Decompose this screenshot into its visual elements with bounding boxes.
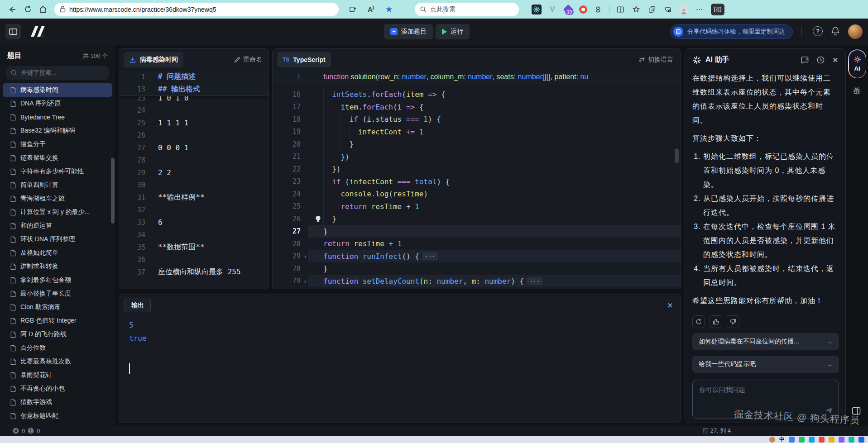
- rename-button[interactable]: 重命名: [234, 56, 262, 64]
- back-icon[interactable]: [5, 3, 20, 16]
- sidebar-item[interactable]: 和的逆运算: [3, 219, 112, 233]
- run-button[interactable]: 运行: [436, 24, 470, 39]
- language-tab[interactable]: TS TypeScript: [277, 52, 331, 67]
- sidebar-panel-icon[interactable]: [711, 4, 724, 15]
- code-line[interactable]: 23if (infectCont === total) {: [273, 176, 681, 188]
- split-screen-icon[interactable]: [615, 5, 625, 14]
- favorite-star-icon[interactable]: ★: [381, 3, 397, 16]
- sidebar-item[interactable]: 比赛最高获胜次数: [3, 355, 112, 368]
- new-chat-icon[interactable]: [801, 56, 809, 64]
- health-check-icon[interactable]: [663, 5, 673, 14]
- output-tab[interactable]: 输出: [125, 299, 151, 312]
- code-line[interactable]: 29›function runInfect() {···: [273, 250, 681, 263]
- ai-suggestion-1[interactable]: 如何处理病毒在不同座位间的传播...→: [692, 333, 839, 350]
- help-icon[interactable]: ?: [813, 26, 823, 36]
- tab-actions-icon[interactable]: [345, 3, 360, 16]
- code-line[interactable]: 27}: [273, 225, 681, 238]
- ime-indicator[interactable]: 中: [779, 437, 785, 442]
- problem-tab[interactable]: 病毒感染时间: [124, 52, 183, 67]
- code-line[interactable]: 21}): [273, 151, 681, 163]
- address-bar[interactable]: https://www.marscode.cn/practice/36dkow3…: [54, 3, 339, 16]
- marscode-logo[interactable]: [27, 25, 47, 38]
- sidebar-item[interactable]: 百分位数: [3, 341, 112, 355]
- sidebar-item[interactable]: 拿到最多红包金额: [3, 273, 112, 287]
- tray-icon[interactable]: [829, 437, 834, 443]
- sidebar-item[interactable]: 计算位置 x 到 y 的最少...: [3, 205, 112, 219]
- code-line[interactable]: 28return resTime + 1: [273, 238, 681, 250]
- tray-icon[interactable]: [789, 437, 795, 443]
- switch-language-button[interactable]: 切换语言: [638, 56, 673, 64]
- sidebar-item[interactable]: Base32 编码和解码: [3, 124, 112, 138]
- diamond-extension-icon[interactable]: 19: [563, 5, 573, 14]
- tray-icon[interactable]: [819, 437, 825, 443]
- sidebar-item[interactable]: 猫鱼分干: [3, 138, 112, 151]
- bug-icon[interactable]: [852, 86, 861, 95]
- code-line[interactable]: 19infectCont += 1: [273, 126, 681, 138]
- sidebar-scrollbar[interactable]: [111, 158, 115, 224]
- vue-extension-icon[interactable]: V: [547, 5, 557, 14]
- sidebar-item[interactable]: 链表聚集交换: [3, 151, 112, 165]
- thumbs-down-icon[interactable]: [727, 315, 739, 328]
- sidebar-item[interactable]: RGB 色值转 Integer: [3, 314, 112, 328]
- dog-tray-icon[interactable]: [769, 437, 775, 443]
- tray-icon[interactable]: [799, 437, 805, 443]
- sidebar-item[interactable]: 环状 DNA 序列整理: [3, 233, 112, 246]
- browser-menu-icon[interactable]: ⋯: [695, 5, 705, 14]
- close-ai-panel-icon[interactable]: ✕: [832, 56, 838, 64]
- tray-icon[interactable]: [809, 437, 815, 443]
- sidebar-search-input[interactable]: 关键字搜索...: [6, 66, 109, 80]
- react-extension-icon[interactable]: [532, 5, 542, 14]
- collections-icon[interactable]: [631, 5, 641, 14]
- share-promo-banner[interactable]: 分享代码练习体验，领限量定制周边: [670, 24, 793, 39]
- ai-suggestion-2[interactable]: 给我一些代码提示吧→: [692, 356, 839, 373]
- code-line[interactable]: 16intSeats.forEach(item => {: [273, 88, 681, 101]
- fold-ellipsis[interactable]: ···: [422, 252, 437, 260]
- sidebar-item[interactable]: 最小替换子串长度: [3, 287, 112, 300]
- collapse-sidebar-button[interactable]: [5, 24, 21, 39]
- sidebar-item[interactable]: 猜数字游戏: [3, 395, 112, 409]
- copy-tabs-icon[interactable]: [647, 5, 657, 14]
- close-output-icon[interactable]: ✕: [667, 301, 673, 310]
- refresh-icon[interactable]: [20, 3, 35, 16]
- code-content[interactable]: 16intSeats.forEach(item => {17item.forEa…: [273, 88, 681, 287]
- editor-scrollbar[interactable]: [675, 148, 679, 163]
- user-avatar[interactable]: [848, 24, 863, 39]
- sidebar-item[interactable]: 创意标题匹配: [3, 409, 112, 423]
- clover-extension-icon[interactable]: [593, 5, 603, 14]
- read-aloud-icon[interactable]: A): [363, 3, 379, 16]
- sidebar-item[interactable]: 不再贪心的小包: [3, 382, 112, 395]
- ai-toggle-button[interactable]: AI: [848, 49, 866, 78]
- sidebar-item[interactable]: 青海湖租车之旅: [3, 192, 112, 205]
- tray-icon[interactable]: [849, 437, 854, 443]
- sidebar-item[interactable]: 字符串有多少种可能性: [3, 165, 112, 178]
- red-extension-icon[interactable]: [579, 5, 587, 14]
- sidebar-item[interactable]: 进制求和转换: [3, 260, 112, 273]
- code-line[interactable]: 24console.log(resTime): [273, 188, 681, 200]
- tray-icon[interactable]: [858, 437, 864, 443]
- code-line[interactable]: 17item.forEach(i => {: [273, 101, 681, 114]
- tray-icon[interactable]: [839, 437, 844, 443]
- sidebar-item[interactable]: 简单四则计算: [3, 178, 112, 192]
- code-line[interactable]: 20}: [273, 138, 681, 151]
- add-problem-button[interactable]: + 添加题目: [384, 24, 433, 39]
- sidebar-item[interactable]: DNA 序列还原: [3, 97, 112, 110]
- sidebar-item[interactable]: 暴雨梨花针: [3, 368, 112, 382]
- notification-bell-icon[interactable]: [831, 26, 840, 36]
- sidebar-item[interactable]: 阿 D 的飞行路线: [3, 328, 112, 341]
- code-line[interactable]: 79›function setDelayCount(n: number, m: …: [273, 275, 681, 288]
- home-icon[interactable]: [35, 3, 51, 16]
- browser-search-box[interactable]: 点此搜索: [415, 3, 519, 16]
- browser-profile-avatar[interactable]: [679, 5, 689, 14]
- sidebar-item[interactable]: 及格如此简单: [3, 246, 112, 260]
- code-line[interactable]: 1function solution(row_n: number, column…: [273, 71, 681, 83]
- markdown-content[interactable]: 231 0 1 024251 1 1 126270 0 0 128292 230…: [119, 92, 269, 279]
- code-line[interactable]: 78}: [273, 262, 681, 275]
- code-line[interactable]: 26}: [273, 213, 681, 225]
- code-line[interactable]: 22}): [273, 163, 681, 176]
- code-line[interactable]: 25return resTime + 1: [273, 200, 681, 213]
- history-icon[interactable]: [816, 56, 825, 64]
- sidebar-item[interactable]: Cion 勒索病毒: [3, 300, 112, 314]
- code-line[interactable]: 18if (i.status === 1) {: [273, 113, 681, 126]
- thumbs-up-icon[interactable]: [710, 315, 722, 328]
- sidebar-item[interactable]: Bytedance Tree: [3, 110, 112, 124]
